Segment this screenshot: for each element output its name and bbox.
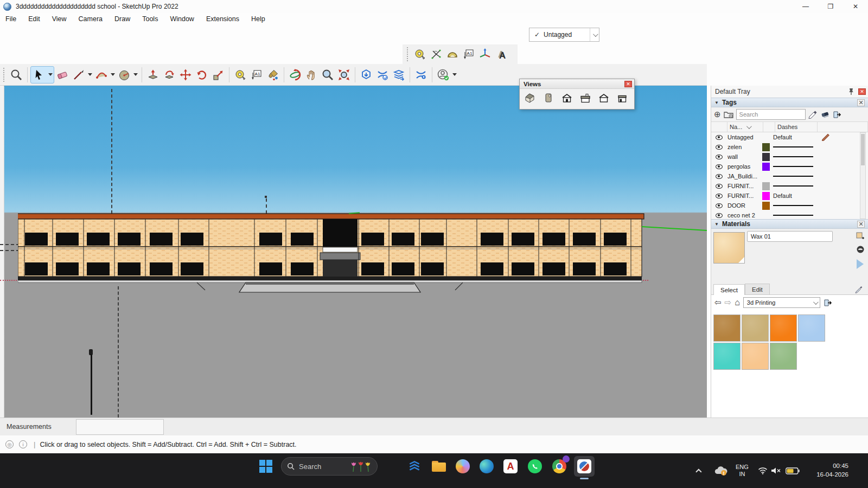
- wifi-icon[interactable]: [758, 453, 768, 488]
- trimble-connect-icon[interactable]: [406, 458, 423, 475]
- pin-icon[interactable]: [847, 88, 855, 95]
- details-arrow-icon[interactable]: [824, 299, 832, 307]
- tag-row[interactable]: FURNIT...Default: [711, 191, 868, 201]
- material-swatch-tan[interactable]: [742, 314, 769, 342]
- arc-tool-icon[interactable]: [93, 67, 110, 83]
- tag-name[interactable]: DOOR: [727, 202, 762, 209]
- tag-row[interactable]: pergolas: [711, 162, 868, 171]
- toolbar-drag-handle[interactable]: [3, 68, 5, 82]
- chrome-icon[interactable]: [551, 458, 568, 475]
- purge-tags-icon[interactable]: [821, 110, 830, 119]
- visibility-eye-icon[interactable]: [716, 164, 723, 169]
- clock[interactable]: 00:4516-04-2026: [807, 453, 848, 488]
- menu-extensions[interactable]: Extensions: [206, 15, 239, 23]
- tag-name[interactable]: pergolas: [727, 163, 762, 170]
- materials-section-header[interactable]: ▼ Materials ✕: [711, 219, 868, 229]
- right-view-button[interactable]: [577, 90, 593, 106]
- rotate-icon[interactable]: [194, 67, 210, 83]
- name-column-header[interactable]: Na...: [727, 122, 763, 132]
- info-icon[interactable]: i: [19, 440, 27, 448]
- account-caret[interactable]: [451, 67, 458, 83]
- tag-color-swatch[interactable]: [762, 182, 770, 190]
- menu-draw[interactable]: Draw: [114, 15, 130, 23]
- account-icon[interactable]: [435, 67, 451, 83]
- create-material-icon[interactable]: [856, 232, 865, 241]
- material-swatch-turquoise[interactable]: [713, 343, 741, 370]
- measurements-input[interactable]: [76, 419, 164, 435]
- circle-tool-caret[interactable]: [132, 67, 139, 83]
- chevron-down-icon[interactable]: [590, 28, 599, 41]
- visibility-eye-icon[interactable]: [716, 203, 723, 208]
- scale-icon[interactable]: [210, 67, 226, 83]
- tag-dashes-cell[interactable]: [773, 166, 815, 167]
- tag-row[interactable]: ceco net 2: [711, 210, 868, 219]
- orbit-icon[interactable]: [287, 67, 303, 83]
- tags-section-header[interactable]: ▼ Tags ✕: [711, 98, 868, 107]
- select-tool-caret[interactable]: [47, 67, 54, 83]
- edit-tag-icon[interactable]: [808, 110, 818, 119]
- model-viewport[interactable]: [0, 86, 707, 418]
- tags-close-button[interactable]: ✕: [857, 99, 865, 106]
- paint-bucket-icon[interactable]: [265, 67, 281, 83]
- tag-dashes-cell[interactable]: [773, 176, 815, 177]
- menu-tools[interactable]: Tools: [142, 15, 158, 23]
- tag-color-swatch[interactable]: [762, 192, 770, 200]
- minimize-button[interactable]: —: [793, 0, 818, 13]
- visibility-eye-icon[interactable]: [716, 135, 723, 140]
- visibility-eye-icon[interactable]: [716, 213, 723, 218]
- active-tag-dropdown[interactable]: ✓ Untagged: [529, 28, 599, 42]
- select-tool-icon[interactable]: [31, 67, 47, 83]
- volume-muted-icon[interactable]: [771, 453, 782, 488]
- tag-color-swatch[interactable]: [762, 202, 770, 210]
- geolocation-icon[interactable]: ◎: [5, 440, 14, 448]
- follow-me-icon[interactable]: [161, 67, 177, 83]
- tag-name[interactable]: JA_Buildi...: [727, 173, 762, 179]
- autocad-icon[interactable]: A: [502, 458, 519, 475]
- visibility-eye-icon[interactable]: [716, 184, 723, 189]
- zoom-extents-icon[interactable]: [336, 67, 352, 83]
- in-model-icon[interactable]: ⌂: [735, 298, 740, 307]
- share-component-icon[interactable]: [391, 67, 407, 83]
- tag-details-icon[interactable]: [833, 111, 841, 119]
- tag-dashes-cell[interactable]: [773, 205, 815, 206]
- eraser-icon[interactable]: [54, 67, 71, 83]
- menu-edit[interactable]: Edit: [28, 15, 40, 23]
- tag-row[interactable]: UntaggedDefault: [711, 132, 868, 142]
- sketchup-taskbar-icon[interactable]: [576, 458, 593, 475]
- dashes-column-header[interactable]: Dashes: [775, 122, 818, 132]
- zoom-camera-icon[interactable]: [320, 67, 336, 83]
- back-arrow-icon[interactable]: ⇦: [714, 298, 722, 307]
- close-button[interactable]: ✕: [843, 0, 868, 13]
- toolbar-drag-handle[interactable]: [407, 47, 409, 61]
- menu-view[interactable]: View: [52, 15, 67, 23]
- top-view-button[interactable]: [540, 90, 557, 106]
- pan-icon[interactable]: [303, 67, 320, 83]
- tape-measure-icon[interactable]: [232, 67, 248, 83]
- material-swatch-peach[interactable]: [742, 343, 769, 370]
- language-indicator[interactable]: ENGIN: [736, 453, 749, 488]
- menu-camera[interactable]: Camera: [79, 15, 103, 23]
- visibility-eye-icon[interactable]: [716, 174, 723, 179]
- line-tool-icon[interactable]: [71, 67, 87, 83]
- protractor-icon[interactable]: [444, 46, 461, 62]
- tag-dashes-cell[interactable]: [773, 215, 815, 216]
- left-view-button[interactable]: [614, 90, 630, 106]
- axes-icon[interactable]: [477, 46, 493, 62]
- tag-name[interactable]: FURNIT...: [727, 192, 762, 199]
- copilot-icon[interactable]: [454, 458, 471, 475]
- dimension-icon[interactable]: [428, 46, 444, 62]
- eyedropper-icon[interactable]: [855, 285, 864, 293]
- tag-dashes-cell[interactable]: [773, 185, 815, 187]
- edge-icon[interactable]: [478, 458, 495, 475]
- tag-name[interactable]: wall: [727, 153, 762, 160]
- visibility-eye-icon[interactable]: [716, 194, 723, 198]
- move-icon[interactable]: [177, 67, 194, 83]
- material-swatch-sage-green[interactable]: [770, 343, 797, 370]
- tag-color-swatch[interactable]: [762, 133, 770, 142]
- materials-close-button[interactable]: ✕: [857, 221, 865, 228]
- collapse-triangle-icon[interactable]: ▼: [714, 222, 719, 227]
- tag-dashes-cell[interactable]: Default: [773, 192, 815, 199]
- 3d-text-icon[interactable]: AA: [493, 46, 509, 62]
- whatsapp-icon[interactable]: [526, 458, 544, 475]
- tag-color-swatch[interactable]: [762, 172, 770, 181]
